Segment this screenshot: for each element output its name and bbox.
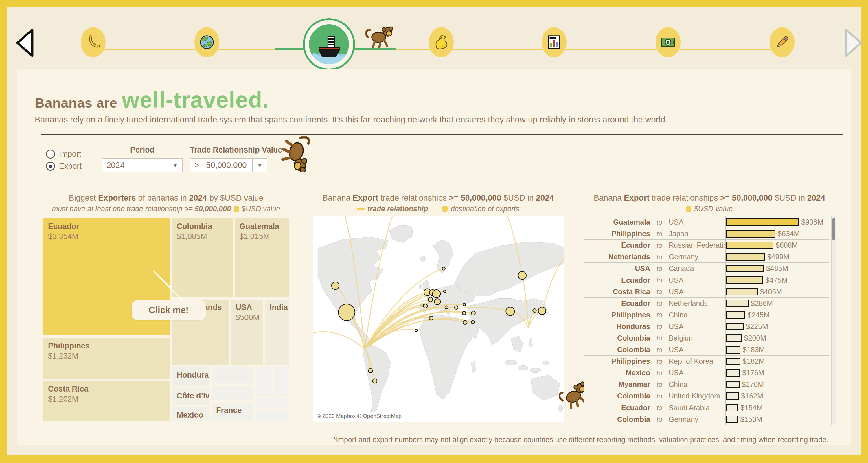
treemap-cell-c-te-d-ivoire[interactable]: Côte d’Ivoire [171,388,210,405]
destination-dot-china[interactable] [506,307,515,316]
destination-dot-switzerland[interactable] [434,299,440,305]
destination-dot-chile-south[interactable] [372,379,377,383]
step-ship-active[interactable] [303,18,355,70]
trade-map[interactable]: © 2026 Mapbox © OpenStreetMap [313,216,564,422]
treemap-cell-india[interactable]: India [265,299,290,366]
value-bar[interactable] [726,242,773,249]
treemap-cell[interactable] [211,367,254,384]
table-row[interactable]: Guatemala to USA $938M [584,216,829,228]
table-row[interactable]: Philippines to Rep. of Korea $182M [584,356,829,367]
bar-zone: $405M [725,286,829,298]
value-bar[interactable] [726,404,738,411]
period-dropdown[interactable]: 2024 ▼ [102,158,183,173]
value-bar[interactable] [726,369,740,377]
step-money[interactable]: $ [656,27,681,57]
treemap-cell[interactable] [255,398,290,409]
destination-dot-algeria[interactable] [429,316,433,320]
step-globe[interactable] [194,27,219,57]
destination-dot-cyprus[interactable] [462,311,466,315]
chevron-down-icon[interactable]: ▼ [168,159,182,172]
treemap-cell-value: $3,354M [48,232,165,241]
destination-dot-poland[interactable] [443,290,446,292]
table-row[interactable]: Netherlands to Germany $499M [584,251,829,263]
value-bar[interactable] [726,288,758,296]
treemap-cell-philippines[interactable]: Philippines$1,232M [43,337,170,379]
table-row[interactable]: Ecuador to Russian Federation $608M [584,240,829,251]
next-arrow-button[interactable] [840,27,865,59]
treemap-cell[interactable] [255,367,272,397]
value-bar[interactable] [726,381,740,388]
back-arrow-button[interactable] [13,27,38,59]
destination-dot-norway[interactable] [442,267,445,270]
value-bar[interactable] [726,276,763,284]
table-row[interactable]: Ecuador to USA $475M [584,274,829,286]
table-row[interactable]: Ecuador to Saudi Arabia $154M [584,402,829,414]
destination-dot-russia[interactable] [518,272,526,280]
value-bar[interactable] [726,358,740,365]
table-row[interactable]: Philippines to China $245M [584,309,829,321]
table-row[interactable]: Costa Rica to USA $405M [584,286,829,298]
value-bar[interactable] [726,311,745,318]
table-row[interactable]: Ecuador to Netherlands $286M [584,298,829,309]
treemap-cell[interactable] [273,367,290,397]
destination-dot-japan[interactable] [538,307,546,314]
treemap-cell-guatemala[interactable]: Guatemala$1,015M [234,218,290,298]
chevron-down-icon[interactable]: ▼ [252,159,267,172]
value-bar[interactable] [726,218,799,226]
table-scrollbar[interactable] [831,216,836,425]
table-scrollbar-thumb[interactable] [832,218,835,241]
destination-dot-belgium[interactable] [428,297,433,302]
treemap-cell-usa[interactable]: USA$500M [230,299,263,366]
table-row[interactable]: Colombia to USA $183M [584,344,829,356]
treemap-cell-costa-rica[interactable]: Costa Rica$1,202M [43,380,170,422]
exporters-treemap[interactable]: FranceMexicoCôte d’IvoireHondurasIndiaUS… [43,218,290,422]
bar-zone: $608M [725,240,829,251]
table-row[interactable]: Colombia to United Kingdom $162M [584,390,829,402]
treemap-cell[interactable] [255,410,290,422]
destination-dot-senegal[interactable] [415,329,417,332]
treemap-cell[interactable] [211,385,254,401]
value-bar[interactable] [726,392,739,400]
step-design[interactable] [770,27,795,57]
table-row[interactable]: Philippines to Japan $634M [584,228,829,240]
value-bar[interactable] [726,230,775,238]
destination-dot-uae[interactable] [471,320,474,323]
destination-dot-italy[interactable] [445,306,448,309]
destination-dot-usa[interactable] [338,304,355,320]
destination-dot-korea[interactable] [533,309,536,312]
value-bar[interactable] [726,300,748,307]
click-me-button[interactable]: Click me! [132,300,206,320]
treemap-cell-france[interactable]: France [211,402,254,422]
value-bar[interactable] [726,346,740,353]
step-strength[interactable] [429,27,454,57]
treemap-cell-mexico[interactable]: Mexico [171,407,210,422]
destination-dot-iran[interactable] [471,311,475,315]
radio-import[interactable]: Import [46,150,82,159]
treemap-cell-honduras[interactable]: Honduras [171,367,210,386]
table-row[interactable]: Myanmar to China $170M [584,379,829,390]
radio-export[interactable]: Export [46,162,82,171]
value-bar[interactable] [726,323,744,330]
table-row[interactable]: Honduras to USA $225M [584,321,829,333]
step-chart[interactable] [541,27,566,57]
destination-dot-germany[interactable] [433,290,441,298]
step-banana[interactable] [81,27,105,57]
trade-relationships-table[interactable]: Guatemala to USA $938M Philippines to Ja… [584,216,829,426]
table-row[interactable]: Colombia to Belgium $200M [584,333,829,344]
table-row[interactable]: USA to Canada $485M [584,263,829,274]
destination-dot-spain[interactable] [423,304,427,308]
destination-dot-georgia[interactable] [463,303,466,306]
table-row[interactable]: Mexico to USA $176M [584,367,829,379]
value-bar[interactable] [726,253,765,261]
destination-dot-greece[interactable] [455,306,458,309]
destination-dot-portugal[interactable] [421,304,424,306]
destination-dot-chile-north[interactable] [368,369,372,373]
table-row[interactable]: Colombia to Germany $150M [584,414,829,425]
map-attribution[interactable]: © 2026 Mapbox © OpenStreetMap [314,412,404,421]
destination-dot-canada[interactable] [332,282,339,289]
destination-dot-saudi-arabia[interactable] [463,320,467,325]
value-bar[interactable] [726,265,764,272]
trade-value-dropdown[interactable]: >= 50,000,000 ▼ [190,158,267,173]
value-bar[interactable] [726,415,738,423]
value-bar[interactable] [726,334,742,342]
